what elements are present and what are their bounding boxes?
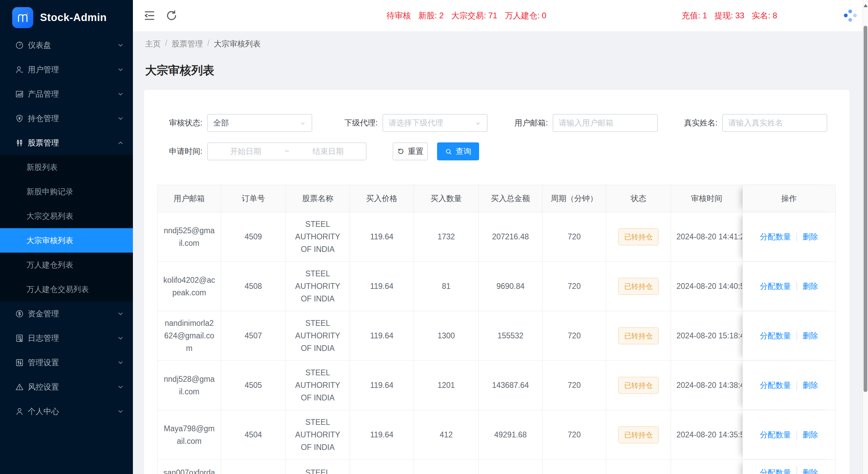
delete-link[interactable]: 删除 [803, 429, 818, 441]
end-date-placeholder: 结束日期 [294, 146, 362, 157]
breadcrumb: 主页/股票管理/大宗审核列表 [145, 39, 261, 49]
sidebar-item-stock[interactable]: 股票管理 [0, 131, 133, 155]
scroll-up-arrow-icon[interactable] [864, 4, 868, 7]
cell-total: 207216.48 [479, 212, 542, 261]
sidebar-item-fund[interactable]: 资金管理 [0, 301, 133, 326]
cell-period: 720 [542, 262, 606, 311]
agent-select[interactable]: 请选择下级代理 [382, 114, 488, 132]
allocate-quantity-link[interactable]: 分配数量 [760, 231, 791, 243]
sidebar-item-dashboard[interactable]: 仪表盘 [0, 33, 133, 57]
cell-order: 4508 [221, 262, 286, 311]
sidebar-subitem[interactable]: 万人建仓列表 [0, 253, 133, 277]
page-title: 大宗审核列表 [145, 63, 214, 78]
status-filter-label: 审核状态: [163, 118, 202, 128]
sidebar-subitem[interactable]: 大宗交易列表 [0, 204, 133, 228]
cell-stock: STEEL AUTHORITY OF INDIA [286, 361, 350, 410]
cell-price: 119.64 [350, 361, 414, 410]
cell-qty: 81 [414, 262, 479, 311]
status-select[interactable]: 全部 [207, 114, 312, 132]
sidebar-item-label: 产品管理 [28, 89, 117, 99]
breadcrumb-item[interactable]: 股票管理 [172, 39, 203, 49]
sidebar-subitem[interactable]: 大宗审核列表 [0, 228, 133, 253]
cell-status: 已转持仓 [606, 212, 671, 261]
delete-link[interactable]: 删除 [803, 467, 818, 474]
column-header: 周期（分钟） [542, 185, 606, 212]
delete-link[interactable]: 删除 [803, 330, 818, 342]
fund-icon [15, 309, 24, 318]
cell-review-time [671, 460, 743, 474]
sidebar-item-label: 资金管理 [28, 309, 117, 319]
cell-order: 4509 [221, 212, 286, 261]
reset-button[interactable]: 重置 [393, 142, 428, 160]
allocate-quantity-link[interactable]: 分配数量 [760, 280, 791, 293]
sidebar-item-user[interactable]: 用户管理 [0, 57, 133, 82]
cell-actions: 分配数量删除 [743, 311, 835, 360]
cell-review-time: 2024-08-20 14:40:5 [671, 262, 743, 311]
refresh-icon[interactable] [165, 9, 178, 22]
sidebar-subitem[interactable]: 新股申购记录 [0, 179, 133, 204]
column-header: 审核时间 [671, 185, 743, 212]
stat-item: 实名: 8 [752, 10, 777, 21]
sidebar-item-log[interactable]: 日志管理 [0, 326, 133, 350]
delete-link[interactable]: 删除 [803, 280, 818, 293]
scrollbar-track[interactable] [863, 0, 868, 474]
cell-status: 已转持仓 [606, 361, 671, 410]
profile-icon [15, 407, 24, 416]
date-separator: ~ [280, 147, 294, 156]
cell-stock: STEEL AUTHORITY OF INDIA [286, 262, 350, 311]
cell-order [221, 460, 286, 474]
chevron-down-icon [117, 91, 124, 98]
cell-qty: 1732 [414, 212, 479, 261]
cell-period: 720 [542, 311, 606, 360]
date-range-picker[interactable]: 开始日期 ~ 结束日期 [207, 142, 367, 160]
sidebar-item-profile[interactable]: 个人中心 [0, 399, 133, 423]
reset-button-label: 重置 [408, 146, 423, 157]
sidebar-subitem[interactable]: 新股列表 [0, 155, 133, 179]
realname-input[interactable]: 请输入真实姓名 [722, 114, 827, 132]
sidebar-item-position[interactable]: 持仓管理 [0, 106, 133, 131]
sidebar-item-label: 股票管理 [28, 138, 117, 148]
query-button[interactable]: 查询 [437, 142, 479, 160]
table-row: nndj525@gmail.com4509STEEL AUTHORITY OF … [158, 212, 835, 262]
sidebar-subitem[interactable]: 万人建仓交易列表 [0, 277, 133, 301]
allocate-quantity-link[interactable]: 分配数量 [760, 467, 791, 474]
realname-input-placeholder: 请输入真实姓名 [728, 118, 783, 128]
cell-total [479, 460, 542, 474]
query-button-label: 查询 [456, 146, 471, 157]
allocate-quantity-link[interactable]: 分配数量 [760, 330, 791, 342]
agent-select-placeholder: 请选择下级代理 [389, 118, 443, 128]
stat-item: 新股: 2 [418, 10, 444, 21]
cell-actions: 分配数量删除 [743, 262, 835, 311]
cell-actions: 分配数量删除 [743, 361, 835, 410]
sidebar-item-risk[interactable]: 风控设置 [0, 375, 133, 399]
chevron-down-icon [299, 120, 306, 126]
breadcrumb-item[interactable]: 主页 [145, 39, 161, 49]
user-icon [15, 65, 24, 74]
cell-stock: STEEL AUTHORITY OF INDIA [286, 212, 350, 261]
account-stats: 充值: 1提现: 33实名: 8 [682, 0, 777, 31]
chevron-down-icon [117, 359, 124, 366]
allocate-quantity-link[interactable]: 分配数量 [760, 429, 791, 441]
sidebar-item-settings[interactable]: 管理设置 [0, 350, 133, 375]
email-input[interactable]: 请输入用户邮箱 [553, 114, 658, 132]
cell-email: san007oxforda [158, 460, 221, 474]
scrollbar-thumb[interactable] [864, 26, 867, 392]
cell-actions: 分配数量删除 [743, 460, 835, 474]
allocate-quantity-link[interactable]: 分配数量 [760, 379, 791, 392]
cell-email: nandinimorla2624@gmail.com [158, 311, 221, 360]
table-row: nandinimorla2624@gmail.com4507STEEL AUTH… [158, 311, 835, 361]
delete-link[interactable]: 删除 [803, 231, 818, 243]
cell-order: 4505 [221, 361, 286, 410]
status-badge: 已转持仓 [618, 228, 659, 246]
menu-fold-icon[interactable] [143, 9, 156, 22]
status-badge: 已转持仓 [618, 327, 659, 345]
topbar: 待审核新股: 2大宗交易: 71万人建仓: 0 充值: 1提现: 33实名: 8 [133, 0, 863, 31]
column-header: 股票名称 [286, 185, 350, 212]
sidebar-item-product[interactable]: 产品管理 [0, 82, 133, 106]
start-date-placeholder: 开始日期 [211, 146, 280, 157]
cell-period [542, 460, 606, 474]
action-divider [796, 467, 797, 474]
delete-link[interactable]: 删除 [803, 379, 818, 392]
status-badge: 已转持仓 [618, 426, 659, 444]
cell-status: 已转持仓 [606, 311, 671, 360]
